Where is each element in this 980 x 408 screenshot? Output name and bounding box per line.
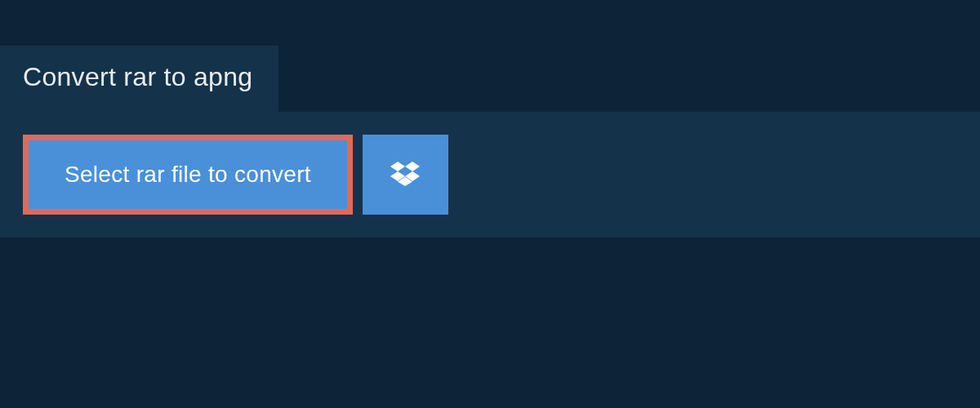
button-row: Select rar file to convert (23, 135, 957, 215)
page-title: Convert rar to apng (23, 62, 252, 92)
dropbox-button[interactable] (363, 135, 448, 215)
select-file-label: Select rar file to convert (65, 162, 311, 188)
select-file-button[interactable]: Select rar file to convert (23, 135, 353, 215)
main-panel: Select rar file to convert (0, 112, 980, 237)
dropbox-icon (390, 159, 420, 191)
tab-header: Convert rar to apng (0, 46, 278, 112)
